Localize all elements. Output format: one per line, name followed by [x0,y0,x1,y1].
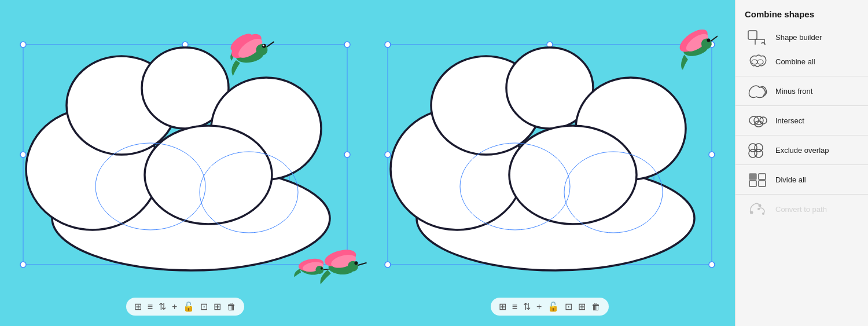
svg-point-6 [344,42,350,47]
panel-title: Combine shapes [735,6,868,25]
convert-to-path-label: Convert to path [775,205,827,214]
combine-all-label: Combine all [775,57,815,66]
svg-point-20 [145,126,272,224]
svg-point-9 [20,262,26,268]
right-panel: Combine shapes Shape builder Combine all [735,0,868,326]
tb-align-btn[interactable]: ≡ [148,302,153,312]
canvas-area: ⊞ ≡ ⇅ + 🔓 ⊡ ⊞ 🗑 [0,0,735,326]
exclude-overlap-label: Exclude overlap [775,146,829,155]
rtb-align-btn[interactable]: ≡ [512,302,517,312]
svg-rect-89 [759,174,766,180]
shape-builder-icon [746,29,768,45]
rtb-group-btn[interactable]: ⊞ [578,301,586,312]
divider-3 [735,135,868,135]
minus-front-icon [746,83,768,99]
svg-rect-88 [749,181,756,186]
svg-point-42 [709,262,715,268]
svg-point-51 [509,126,637,224]
panel-item-exclude-overlap[interactable]: Exclude overlap [735,138,868,162]
svg-point-94 [762,213,764,215]
panel-item-divide-all[interactable]: Divide all [735,167,868,192]
panel-item-minus-front[interactable]: Minus front [735,79,868,103]
combine-all-icon [746,53,768,69]
rtb-copy-btn[interactable]: ⊡ [565,301,572,312]
svg-rect-90 [759,181,766,186]
svg-point-37 [709,42,715,47]
tb-delete-btn[interactable]: 🗑 [227,302,236,312]
rtb-add-btn[interactable]: + [536,302,542,312]
minus-front-label: Minus front [775,87,812,96]
divider-5 [735,194,868,195]
svg-point-92 [759,204,762,207]
panel-item-combine-all[interactable]: Combine all [735,49,868,74]
svg-point-77 [752,60,757,64]
rtb-grid-btn[interactable]: ⊞ [499,301,506,312]
tb-add-btn[interactable]: + [172,302,177,312]
panel-item-convert-to-path: Convert to path [735,197,868,221]
convert-to-path-icon [746,201,768,217]
left-toolbar-bottom: ⊞ ≡ ⇅ + 🔓 ⊡ ⊞ 🗑 [126,298,245,316]
right-canvas-panel: ⊞ ≡ ⇅ + 🔓 ⊡ ⊞ 🗑 [370,6,729,320]
svg-point-91 [751,211,753,214]
svg-point-8 [344,152,350,157]
panel-item-intersect[interactable]: Intersect [735,108,868,133]
left-canvas-content [6,6,365,298]
svg-point-39 [709,152,715,157]
svg-point-38 [385,152,391,157]
tb-group-btn[interactable]: ⊞ [214,301,221,312]
divide-all-label: Divide all [775,175,806,184]
svg-point-4 [20,42,26,47]
left-canvas-svg [6,13,365,291]
intersect-icon [746,112,768,129]
tb-stack-btn[interactable]: ⇅ [159,301,166,312]
left-canvas-panel: ⊞ ≡ ⇅ + 🔓 ⊡ ⊞ 🗑 [6,6,365,320]
shape-builder-label: Shape builder [775,33,822,42]
rtb-delete-btn[interactable]: 🗑 [591,302,601,312]
rtb-lock-btn[interactable]: 🔓 [547,301,559,312]
svg-point-40 [385,262,391,268]
intersect-label: Intersect [775,116,804,125]
right-toolbar-bottom: ⊞ ≡ ⇅ + 🔓 ⊡ ⊞ 🗑 [491,298,609,316]
svg-point-11 [344,262,350,268]
svg-rect-87 [749,174,756,180]
svg-point-35 [385,42,391,47]
divider-1 [735,76,868,76]
tb-lock-btn[interactable]: 🔓 [183,301,194,312]
exclude-overlap-icon [746,142,768,158]
right-canvas-svg [370,13,729,291]
tb-grid-btn[interactable]: ⊞ [134,301,142,312]
divider-2 [735,105,868,106]
panel-item-shape-builder[interactable]: Shape builder [735,25,868,49]
divider-4 [735,164,868,165]
rtb-stack-btn[interactable]: ⇅ [523,301,531,312]
tb-copy-btn[interactable]: ⊡ [200,301,208,312]
svg-point-78 [757,60,763,64]
right-canvas-content [370,6,729,298]
svg-point-7 [20,152,26,157]
divide-all-icon [746,171,768,188]
svg-point-86 [755,149,763,157]
svg-point-93 [757,208,760,210]
svg-rect-75 [748,31,757,39]
